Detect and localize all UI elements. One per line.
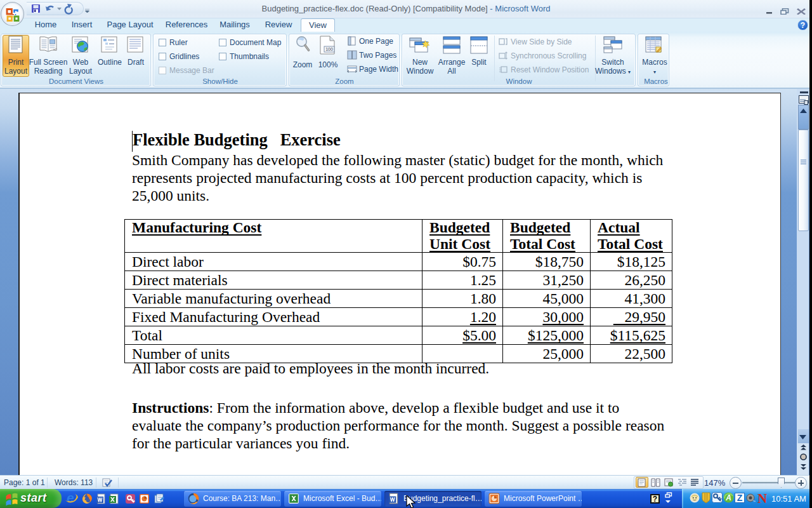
- svg-text:A: A: [725, 493, 731, 502]
- svg-text:100: 100: [325, 47, 333, 51]
- svg-text:Z: Z: [737, 493, 743, 503]
